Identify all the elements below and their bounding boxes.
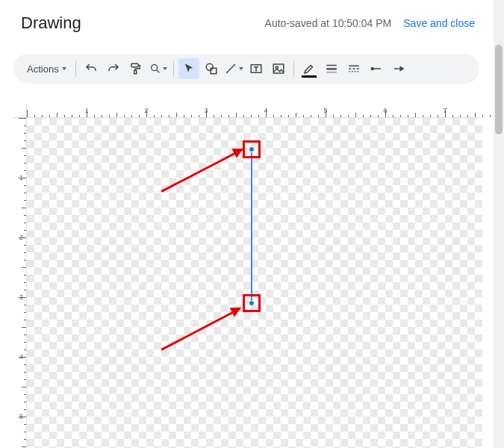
actions-menu-button[interactable]: Actions <box>21 58 71 79</box>
separator <box>293 60 294 77</box>
scrollbar-thumb[interactable] <box>495 45 503 134</box>
svg-rect-9 <box>326 68 337 69</box>
ruler-corner <box>13 105 27 118</box>
svg-rect-6 <box>273 64 284 73</box>
svg-point-2 <box>151 65 157 71</box>
line-shape[interactable] <box>251 149 252 303</box>
line-tool-button[interactable] <box>223 58 244 79</box>
svg-point-19 <box>371 68 373 70</box>
svg-rect-8 <box>326 65 337 66</box>
line-color-button[interactable] <box>299 58 320 79</box>
svg-rect-11 <box>349 66 359 67</box>
drawing-canvas[interactable] <box>27 118 482 448</box>
actions-label: Actions <box>27 63 59 75</box>
redo-button[interactable] <box>103 58 124 79</box>
caret-down-icon <box>62 67 66 70</box>
horizontal-ruler[interactable]: 1234567 <box>27 105 482 118</box>
svg-rect-1 <box>134 70 136 74</box>
svg-rect-15 <box>349 71 350 72</box>
svg-rect-16 <box>352 71 353 72</box>
zoom-button[interactable] <box>148 58 169 79</box>
shapes-icon <box>205 62 218 75</box>
toolbar: Actions <box>13 54 479 84</box>
caret-down-icon <box>239 67 243 70</box>
svg-rect-4 <box>211 68 217 74</box>
zoom-icon <box>149 63 161 75</box>
paint-format-button[interactable] <box>125 58 146 79</box>
svg-rect-10 <box>326 72 337 73</box>
header-actions: Auto-saved at 10:50:04 PM Save and close <box>265 17 475 29</box>
select-tool-button[interactable] <box>178 58 199 79</box>
svg-rect-12 <box>349 68 351 69</box>
redo-icon <box>107 62 120 75</box>
separator <box>173 60 174 77</box>
textbox-tool-button[interactable] <box>246 58 267 79</box>
scrollbar-track[interactable] <box>494 0 504 448</box>
line-icon <box>224 62 237 75</box>
autosave-status: Auto-saved at 10:50:04 PM <box>265 17 392 29</box>
annotation-box <box>243 140 261 158</box>
image-icon <box>272 62 285 75</box>
annotation-arrow <box>161 149 242 191</box>
svg-rect-17 <box>354 71 355 72</box>
line-weight-icon <box>325 62 338 75</box>
pen-icon <box>302 62 316 75</box>
svg-point-3 <box>206 63 213 70</box>
line-end-button[interactable] <box>388 58 409 79</box>
svg-rect-13 <box>352 68 355 69</box>
line-end-icon <box>392 62 405 75</box>
line-dash-icon <box>347 62 361 75</box>
line-start-button[interactable] <box>366 58 387 79</box>
svg-rect-18 <box>357 71 358 72</box>
paint-roller-icon <box>129 62 143 75</box>
line-weight-button[interactable] <box>321 58 342 79</box>
cursor-icon <box>183 63 195 75</box>
line-start-icon <box>370 62 383 75</box>
separator <box>75 60 76 77</box>
line-dash-button[interactable] <box>343 58 364 79</box>
caret-down-icon <box>163 67 167 70</box>
annotation-arrow <box>161 308 240 349</box>
color-underline <box>302 75 317 78</box>
textbox-icon <box>249 62 263 75</box>
dialog-header: Drawing Auto-saved at 10:50:04 PM Save a… <box>0 0 493 40</box>
dialog-title: Drawing <box>21 13 81 33</box>
save-and-close-button[interactable]: Save and close <box>403 17 475 29</box>
image-tool-button[interactable] <box>268 58 289 79</box>
shape-tool-button[interactable] <box>201 58 222 79</box>
svg-rect-14 <box>356 68 358 69</box>
vertical-ruler[interactable]: 12345 <box>13 118 27 448</box>
canvas-area: 1234567 12345 <box>13 105 482 448</box>
undo-button[interactable] <box>81 58 102 79</box>
undo-icon <box>84 62 98 75</box>
drawing-dialog: Drawing Auto-saved at 10:50:04 PM Save a… <box>0 0 493 448</box>
svg-rect-0 <box>131 63 138 67</box>
annotation-box <box>243 294 261 312</box>
